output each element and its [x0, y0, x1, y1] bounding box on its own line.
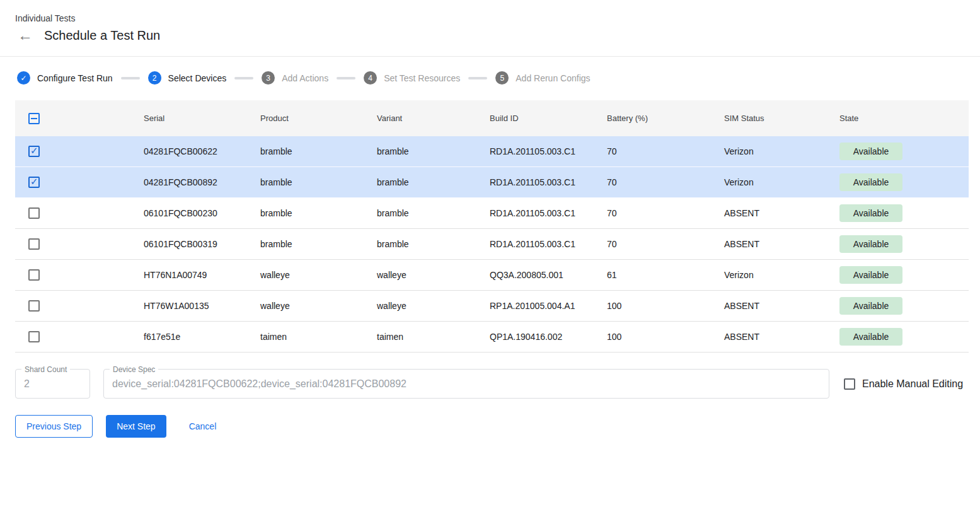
stepper-step-3[interactable]: 3 Add Actions	[262, 71, 328, 85]
cell-serial: 06101FQCB00230	[144, 208, 260, 218]
column-header-variant: Variant	[377, 114, 490, 123]
row-checkbox[interactable]	[28, 300, 40, 312]
row-checkbox[interactable]	[28, 269, 40, 281]
cell-build-id: QP1A.190416.002	[490, 332, 607, 342]
step-label: Add Rerun Configs	[516, 73, 590, 83]
shard-count-label: Shard Count	[21, 365, 70, 374]
row-checkbox[interactable]	[28, 146, 40, 157]
cell-serial: HT76W1A00135	[144, 301, 260, 311]
state-badge: Available	[839, 173, 902, 191]
table-row[interactable]: HT76W1A00135 walleye walleye RP1A.201005…	[15, 291, 969, 322]
cell-product: taimen	[260, 332, 377, 342]
next-step-button[interactable]: Next Step	[106, 415, 166, 438]
device-spec-form: Shard Count Device Spec Enable Manual Ed…	[15, 369, 980, 399]
device-table: Serial Product Variant Build ID Battery …	[15, 100, 969, 353]
step-indicator: 5	[495, 71, 509, 85]
cell-serial: 06101FQCB00319	[144, 239, 260, 249]
column-header-sim-status: SIM Status	[724, 114, 839, 123]
cell-sim-status: ABSENT	[724, 332, 839, 342]
step-indicator: 3	[262, 71, 275, 85]
cell-battery: 100	[607, 301, 724, 311]
cell-serial: f617e51e	[144, 332, 260, 342]
cell-battery: 70	[607, 239, 724, 249]
wizard-actions: Previous Step Next Step Cancel	[15, 415, 980, 438]
table-body: 04281FQCB00622 bramble bramble RD1A.2011…	[15, 136, 969, 353]
cell-battery: 70	[607, 146, 724, 156]
stepper: ✓ Configure Test Run 2 Select Devices 3 …	[0, 57, 980, 100]
step-connector	[468, 77, 487, 79]
cell-battery: 70	[607, 177, 724, 187]
column-header-product: Product	[260, 114, 377, 123]
stepper-step-4[interactable]: 4 Set Test Resources	[364, 71, 460, 85]
cell-product: walleye	[260, 270, 377, 280]
cell-build-id: RP1A.201005.004.A1	[490, 301, 607, 311]
table-row[interactable]: f617e51e taimen taimen QP1A.190416.002 1…	[15, 322, 969, 353]
state-badge: Available	[839, 204, 902, 222]
breadcrumb: Individual Tests	[15, 13, 980, 23]
column-header-state: State	[839, 114, 969, 123]
cell-product: bramble	[260, 208, 377, 218]
cell-sim-status: ABSENT	[724, 208, 839, 218]
cell-sim-status: ABSENT	[724, 239, 839, 249]
cell-variant: bramble	[377, 146, 490, 156]
row-checkbox[interactable]	[28, 238, 40, 250]
stepper-step-1[interactable]: ✓ Configure Test Run	[17, 71, 113, 85]
stepper-step-2[interactable]: 2 Select Devices	[148, 71, 227, 85]
step-label: Set Test Resources	[384, 73, 460, 83]
cell-variant: bramble	[377, 239, 490, 249]
table-row[interactable]: HT76N1A00749 walleye walleye QQ3A.200805…	[15, 260, 969, 291]
cell-product: bramble	[260, 239, 377, 249]
step-indicator: ✓	[17, 71, 30, 85]
page-title: Schedule a Test Run	[44, 28, 160, 43]
row-checkbox[interactable]	[28, 207, 40, 219]
cell-sim-status: Verizon	[724, 270, 839, 280]
cell-product: bramble	[260, 146, 377, 156]
enable-manual-editing-label: Enable Manual Editing	[862, 378, 963, 390]
cell-variant: bramble	[377, 177, 490, 187]
column-header-serial: Serial	[144, 114, 260, 123]
table-row[interactable]: 04281FQCB00622 bramble bramble RD1A.2011…	[15, 136, 969, 167]
step-label: Configure Test Run	[37, 73, 113, 83]
step-indicator: 4	[364, 71, 377, 85]
cell-build-id: RD1A.201105.003.C1	[490, 208, 607, 218]
state-badge: Available	[839, 297, 902, 315]
previous-step-button[interactable]: Previous Step	[15, 415, 93, 438]
stepper-step-5[interactable]: 5 Add Rerun Configs	[495, 71, 590, 85]
step-label: Select Devices	[168, 73, 227, 83]
column-header-build-id: Build ID	[490, 114, 607, 123]
cell-variant: walleye	[377, 301, 490, 311]
back-arrow-icon[interactable]: ←	[18, 28, 33, 43]
table-row[interactable]: 06101FQCB00230 bramble bramble RD1A.2011…	[15, 198, 969, 229]
step-indicator: 2	[148, 71, 161, 85]
cell-battery: 61	[607, 270, 724, 280]
state-badge: Available	[839, 235, 902, 253]
step-label: Add Actions	[282, 73, 328, 83]
state-badge: Available	[839, 266, 902, 284]
cell-build-id: RD1A.201105.003.C1	[490, 146, 607, 156]
device-spec-field: Device Spec	[103, 369, 829, 399]
step-connector	[121, 77, 140, 79]
select-all-checkbox[interactable]	[28, 113, 40, 124]
page-header: Individual Tests ← Schedule a Test Run	[0, 0, 980, 43]
row-checkbox[interactable]	[28, 177, 40, 188]
table-row[interactable]: 06101FQCB00319 bramble bramble RD1A.2011…	[15, 229, 969, 260]
step-connector	[234, 77, 253, 79]
row-checkbox[interactable]	[28, 331, 40, 342]
enable-manual-editing-toggle[interactable]: Enable Manual Editing	[844, 378, 963, 390]
cell-variant: taimen	[377, 332, 490, 342]
cell-sim-status: Verizon	[724, 146, 839, 156]
cell-build-id: RD1A.201105.003.C1	[490, 177, 607, 187]
cell-battery: 70	[607, 208, 724, 218]
cell-sim-status: ABSENT	[724, 301, 839, 311]
cancel-button[interactable]: Cancel	[184, 415, 222, 438]
table-row[interactable]: 04281FQCB00892 bramble bramble RD1A.2011…	[15, 167, 969, 198]
cell-variant: bramble	[377, 208, 490, 218]
cell-build-id: QQ3A.200805.001	[490, 270, 607, 280]
enable-manual-editing-checkbox[interactable]	[844, 378, 855, 390]
cell-sim-status: Verizon	[724, 177, 839, 187]
device-spec-input[interactable]	[104, 370, 829, 398]
cell-serial: 04281FQCB00892	[144, 177, 260, 187]
cell-serial: HT76N1A00749	[144, 270, 260, 280]
cell-battery: 100	[607, 332, 724, 342]
cell-product: bramble	[260, 177, 377, 187]
